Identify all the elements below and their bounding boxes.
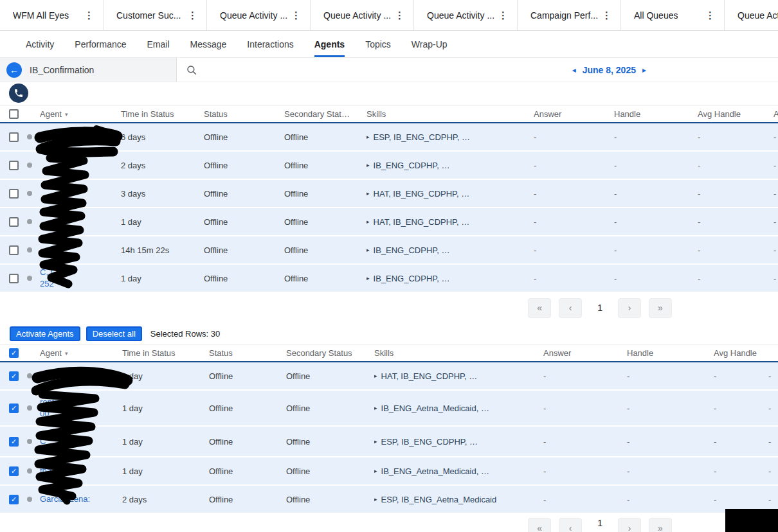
skills-expand-icon[interactable] <box>374 496 377 502</box>
skills-expand-icon[interactable] <box>366 275 370 281</box>
skills-expand-icon[interactable] <box>366 247 370 253</box>
handle-value: - <box>614 132 698 142</box>
kebab-menu-icon[interactable] <box>82 10 96 21</box>
col-answer[interactable]: Answer <box>543 348 627 358</box>
row-checkbox[interactable] <box>9 274 19 283</box>
agent-name-cell[interactable]: tha: <box>40 465 122 477</box>
workspace-tab-all-queues[interactable]: All Queues <box>621 0 725 30</box>
workspace-tab-queue-activity-1[interactable]: Queue Activity ... <box>207 0 311 30</box>
col-avg-handle[interactable]: Avg Handle <box>698 109 773 119</box>
skills-expand-icon[interactable] <box>374 468 377 474</box>
skills-cell[interactable]: ESP, IB_ENG_Aetna_Medicaid <box>374 495 543 504</box>
col-answer[interactable]: Answer <box>534 109 614 119</box>
kebab-menu-icon[interactable] <box>703 10 718 21</box>
skills-cell[interactable]: IB_ENG_CDPHP, … <box>366 161 534 170</box>
row-checkbox[interactable] <box>9 245 19 255</box>
workspace-tab-customer-suc[interactable]: Customer Suc... <box>104 0 207 30</box>
skills-expand-icon[interactable] <box>374 438 377 445</box>
tab-activity[interactable]: Activity <box>26 31 54 57</box>
tab-email[interactable]: Email <box>147 31 170 57</box>
skills-cell[interactable]: IB_ENG_Aetna_Medicaid, … <box>374 466 543 476</box>
skills-cell[interactable]: IB_ENG_CDPHP, … <box>366 245 534 255</box>
workspace-tab-queue-act[interactable]: Queue Act <box>725 0 778 30</box>
kebab-menu-icon[interactable] <box>185 10 200 21</box>
row-checkbox[interactable] <box>9 132 19 142</box>
tab-interactions[interactable]: Interactions <box>247 31 293 57</box>
workspace-tab-wfm-all-eyes[interactable]: WFM All Eyes <box>0 0 104 30</box>
row-checkbox[interactable] <box>9 495 19 504</box>
workspace-tab-queue-activity-2[interactable]: Queue Activity ... <box>311 0 414 30</box>
tab-wrap-up[interactable]: Wrap-Up <box>412 31 448 57</box>
row-checkbox[interactable] <box>9 371 19 381</box>
skills-expand-icon[interactable] <box>374 405 377 411</box>
col-status[interactable]: Status <box>209 348 286 358</box>
col-status[interactable]: Status <box>204 109 284 119</box>
next-page-button[interactable]: › <box>618 518 641 532</box>
tab-topics[interactable]: Topics <box>365 31 391 57</box>
activate-agents-button[interactable]: Activate Agents <box>10 326 80 341</box>
col-secondary-status[interactable]: Secondary Status <box>286 348 374 358</box>
back-arrow-icon[interactable] <box>6 62 22 78</box>
date-next-icon[interactable] <box>642 66 646 75</box>
first-page-button[interactable]: « <box>528 298 551 318</box>
agent-name-cell[interactable]: Abdoun <box>40 131 121 143</box>
agent-name-cell[interactable]: Garcia, Lena: <box>40 493 122 505</box>
skills-cell[interactable]: IB_ENG_Aetna_Medicaid, … <box>374 403 543 413</box>
time-in-status: 1 day <box>122 466 209 476</box>
col-extra[interactable]: A <box>773 109 778 119</box>
row-checkbox[interactable] <box>9 189 19 199</box>
col-handle[interactable]: Handle <box>614 109 698 119</box>
first-page-button[interactable]: « <box>528 518 551 532</box>
row-checkbox[interactable] <box>9 466 19 476</box>
row-checkbox[interactable] <box>9 161 19 170</box>
col-skills[interactable]: Skills <box>374 348 543 358</box>
row-checkbox[interactable] <box>9 217 19 227</box>
tab-performance[interactable]: Performance <box>75 31 126 57</box>
deselect-all-button[interactable]: Deselect all <box>86 326 142 341</box>
prev-page-button[interactable]: ‹ <box>559 518 582 532</box>
col-time-in-status[interactable]: Time in Status <box>122 348 209 358</box>
kebab-menu-icon[interactable] <box>392 10 407 21</box>
select-all-checkbox[interactable] <box>9 109 19 119</box>
agent-name-cell[interactable]: C, Gia252 <box>40 267 121 289</box>
skills-cell[interactable]: HAT, IB_ENG_CDPHP, … <box>366 217 534 227</box>
kebab-menu-icon[interactable] <box>599 10 614 21</box>
next-page-button[interactable]: › <box>618 298 641 318</box>
phone-icon[interactable] <box>9 84 28 103</box>
col-handle[interactable]: Handle <box>627 348 714 358</box>
agent-name-cell[interactable]: ronti00 <box>40 396 122 419</box>
last-page-button[interactable]: » <box>649 298 672 318</box>
row-checkbox[interactable] <box>9 403 19 413</box>
date-prev-icon[interactable] <box>572 66 576 75</box>
last-page-button[interactable]: » <box>649 518 672 532</box>
skills-cell[interactable]: HAT, IB_ENG_CDPHP, … <box>366 189 534 199</box>
skills-expand-icon[interactable] <box>366 162 370 168</box>
skills-expand-icon[interactable] <box>366 218 370 225</box>
col-skills[interactable]: Skills <box>366 109 534 119</box>
agent-name-cell[interactable]: C <box>40 436 122 447</box>
tab-message[interactable]: Message <box>190 31 227 57</box>
skills-cell[interactable]: HAT, IB_ENG_CDPHP, … <box>374 371 543 381</box>
tab-agents[interactable]: Agents <box>314 31 345 57</box>
col-secondary-status[interactable]: Secondary Stat… <box>284 109 366 119</box>
row-checkbox[interactable] <box>9 437 19 447</box>
search-icon[interactable] <box>186 64 197 76</box>
skills-cell[interactable]: ESP, IB_ENG_CDPHP, … <box>366 132 534 142</box>
workspace-tab-campaign-perf[interactable]: Campaign Perf... <box>518 0 621 30</box>
select-all-checkbox[interactable] <box>9 348 19 358</box>
skills-expand-icon[interactable] <box>366 134 370 140</box>
prev-page-button[interactable]: ‹ <box>559 298 582 318</box>
skills-cell[interactable]: IB_ENG_CDPHP, … <box>366 274 534 283</box>
col-agent[interactable]: Agent <box>40 348 122 358</box>
col-time-in-status[interactable]: Time in Status <box>121 109 204 119</box>
kebab-menu-icon[interactable] <box>289 10 303 21</box>
agent-name-cell[interactable]: 0000123 <box>40 370 122 382</box>
table-row: ronti00 1 day Offline Offline IB_ENG_Aet… <box>0 391 778 427</box>
skills-cell[interactable]: ESP, IB_ENG_CDPHP, … <box>374 437 543 447</box>
kebab-menu-icon[interactable] <box>496 10 511 21</box>
col-avg-handle[interactable]: Avg Handle <box>714 348 768 358</box>
workspace-tab-queue-activity-3[interactable]: Queue Activity ... <box>414 0 518 30</box>
skills-expand-icon[interactable] <box>366 190 370 197</box>
col-agent[interactable]: Agent <box>40 109 121 119</box>
skills-expand-icon[interactable] <box>374 373 377 379</box>
